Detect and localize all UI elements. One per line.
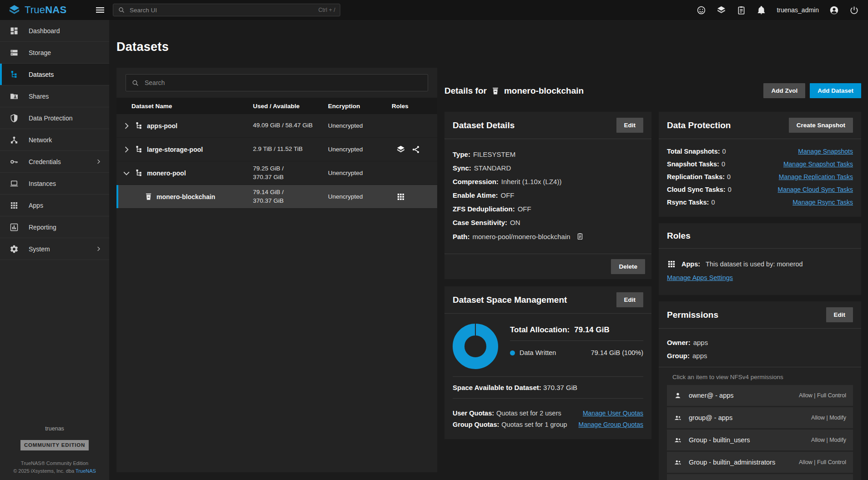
roles-apps-text: This dataset is used by: monerod [706,260,803,268]
truecommand-icon[interactable] [717,5,726,15]
sidebar-item-data-protection[interactable]: Data Protection [0,107,109,129]
column-used-available: Used / Available [253,103,328,110]
manage-rsync-tasks-link[interactable]: Manage Rsync Tasks [792,199,853,206]
column-dataset-name: Dataset Name [116,103,253,110]
dataset-search[interactable] [126,74,428,91]
dataset-bucket-icon [491,86,500,95]
permission-item-group-at[interactable]: group@ - apps Allow | Modify [667,407,853,428]
manage-cloud-sync-tasks-link[interactable]: Manage Cloud Sync Tasks [778,186,853,193]
storage-icon [10,48,19,57]
used-available: 49.09 GiB / 58.47 GiB [253,121,328,130]
user-avatar-icon[interactable] [829,5,839,15]
permission-item-user-apps[interactable]: User - apps Allow | Modify [667,474,853,480]
sidebar-item-label: Apps [29,202,43,209]
sidebar: Dashboard Storage Datasets Shares Data P… [0,20,109,480]
edit-permissions-button[interactable]: Edit [826,307,853,322]
sidebar-item-instances[interactable]: Instances [0,173,109,195]
add-zvol-button[interactable]: Add Zvol [763,83,805,98]
hamburger-menu-icon[interactable] [95,5,106,15]
key-icon [10,157,19,166]
total-allocation: Total Allocation:79.14 GiB [510,325,643,341]
edition-line: TrueNAS® Community Edition [0,460,109,467]
sidebar-item-shares[interactable]: Shares [0,85,109,107]
encryption-state: Unencrypted [328,170,392,176]
person-icon [674,391,682,400]
table-row-apps-pool[interactable]: apps-pool 49.09 GiB / 58.47 GiB Unencryp… [116,114,437,138]
add-dataset-button[interactable]: Add Dataset [810,83,861,98]
sidebar-item-network[interactable]: Network [0,129,109,151]
sidebar-item-system[interactable]: System [0,238,109,260]
table-row-large-storage-pool[interactable]: large-storage-pool 2.9 TiB / 11.52 TiB U… [116,138,437,161]
used-available: 79.14 GiB / [253,188,328,196]
ace-permission: Allow | Full Control [799,392,846,399]
table-row-monero-blockchain[interactable]: monero-blockchain 79.14 GiB /370.37 GiB … [116,185,437,209]
delete-dataset-button[interactable]: Delete [611,259,645,274]
topbar-actions: truenas_admin [696,5,868,15]
card-title: Dataset Space Management [453,295,567,305]
used-available: 79.25 GiB / [253,165,328,173]
permission-item-builtin-users[interactable]: Group - builtin_users Allow | Modify [667,430,853,450]
total-snapshots-row: Total Snapshots:0 Manage Snapshots [667,145,853,158]
sidebar-item-storage[interactable]: Storage [0,42,109,64]
tree-table-header: Dataset Name Used / Available Encryption… [116,98,437,114]
manage-apps-settings-link[interactable]: Manage Apps Settings [667,274,733,281]
global-search-input[interactable] [130,7,314,14]
details-title: Details for monero-blockchain [444,86,584,96]
group-row: Group:apps [667,352,853,360]
chevron-right-icon[interactable] [122,145,131,154]
space-management-card: Dataset Space Management Edit Total Allo… [444,286,651,439]
roles-cell [392,192,437,201]
sidebar-item-datasets[interactable]: Datasets [0,64,109,85]
page-title: Datasets [116,40,861,54]
global-search[interactable]: Ctrl + / [113,4,340,16]
truenas-link[interactable]: TrueNAS [76,468,96,474]
sidebar-item-apps[interactable]: Apps [0,195,109,216]
ace-permission: Allow | Full Control [799,459,846,465]
sidebar-item-label: Shares [29,93,49,100]
logged-in-username: truenas_admin [777,6,819,14]
sidebar-item-label: Credentials [29,158,61,165]
sidebar-footer: truenas COMMUNITY EDITION TrueNAS® Commu… [0,425,109,475]
manage-replication-tasks-link[interactable]: Manage Replication Tasks [779,173,853,180]
permission-item-builtin-administrators[interactable]: Group - builtin_administrators Allow | F… [667,452,853,473]
dataset-tree-panel: Dataset Name Used / Available Encryption… [116,68,437,472]
sidebar-item-credentials[interactable]: Credentials [0,151,109,173]
apps-grid-icon [667,260,676,269]
ace-who: group@ - apps [689,414,732,421]
create-snapshot-button[interactable]: Create Snapshot [789,118,853,133]
nfsv4-hint: Click an item to view NFSv4 permissions [659,367,861,385]
card-title: Dataset Details [453,120,515,130]
network-hub-icon [10,135,19,145]
copy-path-icon[interactable] [576,232,584,240]
manage-snapshots-link[interactable]: Manage Snapshots [798,148,853,155]
chevron-right-icon[interactable] [122,121,131,130]
quotas-section: User Quotas:Quotas set for 2 users Manag… [453,398,643,439]
detail-zfs-deduplication: ZFS Deduplication:OFF [453,205,643,213]
sidebar-item-dashboard[interactable]: Dashboard [0,20,109,42]
details-region: Details for monero-blockchain Add Zvol A… [444,68,861,480]
jobs-checklist-icon[interactable] [737,5,746,15]
power-icon[interactable] [849,5,859,15]
hostname: truenas [0,425,109,433]
dataset-tree-icon [135,169,143,177]
permission-item-owner[interactable]: owner@ - apps Allow | Full Control [667,385,853,406]
dataset-name: monero-blockchain [156,193,215,200]
truenas-logo[interactable]: TrueNAS [0,4,91,16]
sidebar-item-reporting[interactable]: Reporting [0,216,109,238]
manage-user-quotas-link[interactable]: Manage User Quotas [583,410,643,417]
edit-dataset-details-button[interactable]: Edit [616,118,644,133]
chevron-down-icon[interactable] [122,169,131,178]
notifications-bell-icon[interactable] [757,5,766,15]
card-title: Roles [667,231,691,241]
dataset-search-input[interactable] [145,79,422,86]
dataset-details-card: Dataset Details Edit Type:FILESYSTEM Syn… [444,112,651,279]
edit-space-button[interactable]: Edit [616,292,644,307]
manage-snapshot-tasks-link[interactable]: Manage Snapshot Tasks [783,160,853,168]
truenas-logo-icon [8,4,20,16]
group-icon [674,436,682,444]
table-row-monero-pool[interactable]: monero-pool 79.25 GiB /370.37 GiB Unencr… [116,161,437,185]
shared-folder-icon [10,92,19,101]
manage-group-quotas-link[interactable]: Manage Group Quotas [579,421,643,428]
feedback-smiley-icon[interactable] [696,5,706,15]
sidebar-item-label: Data Protection [29,115,73,122]
